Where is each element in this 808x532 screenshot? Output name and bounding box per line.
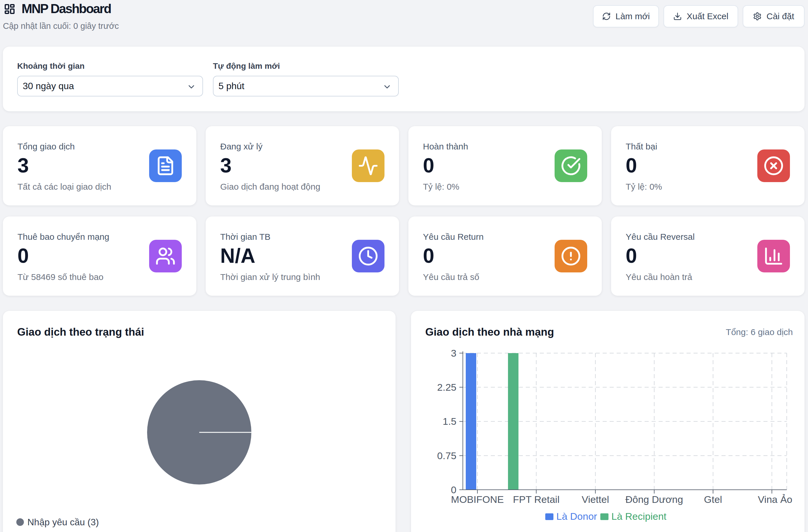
svg-text:Viettel: Viettel xyxy=(582,494,609,505)
svg-text:1.5: 1.5 xyxy=(443,416,456,427)
svg-text:Đông Dương: Đông Dương xyxy=(625,494,683,505)
svg-text:Nhập yêu cầu (3): Nhập yêu cầu (3) xyxy=(27,517,99,527)
svg-text:Vina Ảo: Vina Ảo xyxy=(758,494,792,505)
svg-text:Là Recipient: Là Recipient xyxy=(611,511,667,522)
svg-text:0.75: 0.75 xyxy=(437,450,456,461)
svg-text:3: 3 xyxy=(451,348,456,359)
svg-text:2.25: 2.25 xyxy=(437,382,456,393)
svg-text:MOBIFONE: MOBIFONE xyxy=(451,494,503,505)
svg-text:Là Donor: Là Donor xyxy=(556,511,597,522)
svg-text:FPT Retail: FPT Retail xyxy=(513,494,559,505)
svg-text:Gtel: Gtel xyxy=(704,494,722,505)
